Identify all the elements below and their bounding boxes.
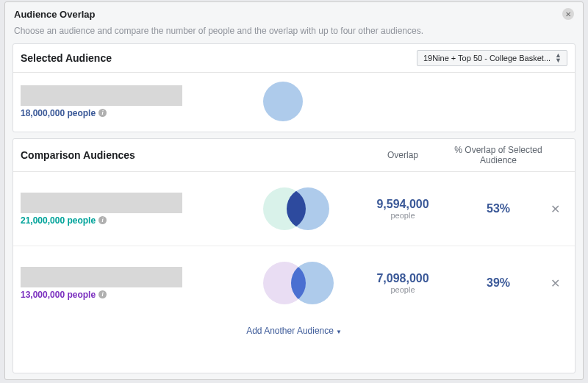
- remove-row-button[interactable]: ✕: [551, 203, 560, 215]
- selected-audience-panel: Selected Audience 19Nine + Top 50 - Coll…: [12, 43, 576, 132]
- column-header-overlap: Overlap: [351, 150, 454, 160]
- comparison-header-row: Comparison Audiences Overlap % Overlap o…: [13, 139, 575, 172]
- add-label: Add Another Audience: [246, 326, 334, 336]
- comparison-audience-info: 21,000,000 peoplei: [21, 193, 263, 226]
- overlap-number: 7,098,000: [351, 272, 454, 285]
- comparison-audiences-panel: Comparison Audiences Overlap % Overlap o…: [12, 138, 576, 373]
- count-text: 18,000,000 people: [21, 108, 96, 118]
- overlap-percent: 53%: [454, 202, 542, 215]
- remove-row-button[interactable]: ✕: [551, 277, 560, 290]
- overlap-percent: 39%: [454, 276, 542, 290]
- overlap-value: 9,594,000people: [351, 198, 454, 220]
- selected-audience-count: 18,000,000 people i: [21, 108, 182, 118]
- info-icon[interactable]: i: [98, 109, 107, 117]
- remove-row-cell: ✕: [542, 202, 567, 216]
- audience-overlap-modal: Audience Overlap ✕ Choose an audience an…: [4, 1, 584, 380]
- count-text: 13,000,000 people: [21, 290, 96, 300]
- overlap-number: 9,594,000: [351, 198, 454, 211]
- venn-diagram: [263, 261, 351, 305]
- selected-panel-title: Selected Audience: [21, 52, 112, 64]
- caret-down-icon: ▼: [334, 329, 342, 335]
- selected-audience-info: 18,000,000 people i: [21, 85, 182, 118]
- info-icon[interactable]: i: [98, 216, 107, 224]
- sort-icon: ▲▼: [555, 53, 561, 63]
- column-header-pct-overlap: % Overlap of Selected Audience: [454, 145, 542, 165]
- percent-text: 53%: [454, 202, 542, 215]
- modal-header: Audience Overlap ✕: [5, 2, 583, 23]
- venn-diagram: [263, 187, 351, 231]
- comparison-audience-count: 21,000,000 peoplei: [21, 215, 263, 226]
- comparison-audience-count: 13,000,000 peoplei: [21, 290, 263, 300]
- modal-title: Audience Overlap: [14, 9, 96, 20]
- count-text: 21,000,000 people: [21, 215, 96, 226]
- comparison-audience-info: 13,000,000 peoplei: [21, 267, 263, 300]
- comparison-rows: 21,000,000 peoplei9,594,000people53%✕13,…: [13, 172, 575, 320]
- remove-row-cell: ✕: [542, 276, 567, 290]
- redacted-audience-name: [21, 85, 182, 106]
- comparison-panel-title: Comparison Audiences: [21, 149, 263, 161]
- info-icon[interactable]: i: [98, 290, 107, 298]
- modal-subtitle: Choose an audience and compare the numbe…: [5, 23, 583, 43]
- comparison-row: 13,000,000 peoplei7,098,000people39%✕: [13, 246, 575, 320]
- selected-body: 18,000,000 people i: [13, 73, 575, 132]
- redacted-audience-name: [21, 193, 182, 213]
- percent-text: 39%: [454, 276, 542, 290]
- redacted-audience-name: [21, 267, 182, 287]
- audience-selector-dropdown[interactable]: 19Nine + Top 50 - College Basket... ▲▼: [417, 50, 567, 66]
- overlap-people-label: people: [351, 211, 454, 220]
- dropdown-label: 19Nine + Top 50 - College Basket...: [423, 54, 551, 62]
- overlap-value: 7,098,000people: [351, 272, 454, 294]
- audience-circle-icon: [263, 82, 303, 121]
- selected-panel-header: Selected Audience 19Nine + Top 50 - Coll…: [13, 44, 575, 73]
- comparison-row: 21,000,000 peoplei9,594,000people53%✕: [13, 172, 575, 246]
- overlap-people-label: people: [351, 285, 454, 294]
- close-icon[interactable]: ✕: [562, 8, 574, 20]
- add-another-audience-button[interactable]: Add Another Audience▼: [13, 320, 575, 342]
